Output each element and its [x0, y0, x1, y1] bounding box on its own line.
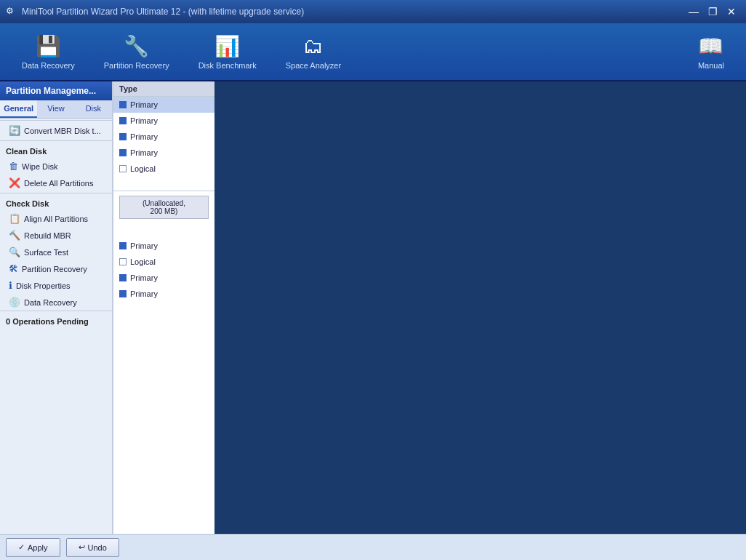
toolbar: 💾 Data Recovery 🔧 Partition Recovery 📊 D…: [0, 23, 746, 81]
wipe-disk-icon: 🗑: [9, 161, 18, 172]
convert-mbr-icon: 🔄: [9, 125, 20, 136]
sidebar-item-surface-test[interactable]: 🔍 Surface Test: [0, 244, 112, 260]
toolbar-label-manual: Manual: [698, 61, 724, 70]
type-item-1[interactable]: Primary: [113, 113, 214, 129]
type-label-6: Primary: [130, 241, 158, 250]
type-item-0[interactable]: Primary: [113, 97, 214, 113]
sidebar: Partition Manageme... General View Disk …: [0, 81, 113, 534]
app-icon: ⚙: [6, 6, 17, 17]
apply-label: Apply: [28, 543, 48, 552]
unallocated-block[interactable]: (Unallocated, 200 MB): [119, 196, 209, 219]
delete-partitions-icon: ❌: [9, 177, 20, 188]
restore-button[interactable]: ❐: [704, 3, 721, 20]
sidebar-tab-disk[interactable]: Disk: [75, 100, 112, 118]
sidebar-tab-view[interactable]: View: [37, 100, 74, 118]
type-item-8[interactable]: Primary: [113, 270, 214, 286]
undo-arrow: ↩: [79, 543, 85, 552]
type-dot-8: [119, 274, 127, 281]
toolbar-label-data-recovery: Data Recovery: [22, 61, 75, 70]
title-bar-controls: — ❐ ✕: [685, 3, 740, 20]
type-item-6[interactable]: Primary: [113, 238, 214, 254]
bottom-bar: ✓ Apply ↩ Undo: [0, 534, 746, 560]
sidebar-item-label-convert: Convert MBR Disk t...: [24, 127, 101, 135]
disk-benchmark-icon: 📊: [214, 34, 240, 58]
type-dot-1: [119, 117, 127, 124]
sidebar-item-label-surface: Surface Test: [24, 248, 68, 257]
sidebar-item-label-delete: Delete All Partitions: [24, 179, 93, 188]
minimize-button[interactable]: —: [685, 3, 702, 20]
sidebar-item-label-partition-recovery: Partition Recovery: [22, 265, 87, 273]
sidebar-item-label-rebuild: Rebuild MBR: [24, 231, 71, 240]
sidebar-pending: 0 Operations Pending: [0, 311, 112, 332]
disk-properties-icon: ℹ: [9, 280, 12, 291]
sidebar-item-label-align: Align All Partitions: [24, 215, 88, 223]
sidebar-item-disk-properties[interactable]: ℹ Disk Properties: [0, 277, 112, 294]
toolbar-label-space-analyzer: Space Analyzer: [286, 61, 341, 70]
title-bar: ⚙ MiniTool Partition Wizard Pro Ultimate…: [0, 0, 746, 23]
sidebar-item-label-wipe: Wipe Disk: [22, 162, 58, 171]
manual-icon: 📖: [698, 34, 723, 58]
type-panel-header: Type: [113, 81, 214, 97]
sidebar-tabs: General View Disk: [0, 100, 112, 119]
close-button[interactable]: ✕: [723, 3, 740, 20]
type-dot-4: [119, 165, 127, 172]
type-dot-0: [119, 101, 127, 108]
type-label-8: Primary: [130, 273, 158, 282]
apply-button[interactable]: ✓ Apply: [6, 538, 60, 557]
type-item-9[interactable]: Primary: [113, 286, 214, 302]
sidebar-tab-general[interactable]: General: [0, 100, 37, 118]
type-label-3: Primary: [130, 148, 158, 157]
clean-disk-title: Clean Disk: [0, 143, 112, 158]
partition-recovery-icon: 🔧: [124, 34, 149, 58]
type-label-1: Primary: [130, 116, 158, 125]
type-label-4: Logical: [130, 164, 156, 173]
sidebar-item-wipe-disk[interactable]: 🗑 Wipe Disk: [0, 158, 112, 175]
unallocated-label2: 200 MB): [124, 207, 204, 215]
type-dot-3: [119, 149, 127, 156]
sidebar-item-label-disk-props: Disk Properties: [16, 281, 71, 290]
sidebar-header: Partition Manageme...: [0, 81, 112, 100]
type-dot-6: [119, 242, 127, 249]
sidebar-item-align-partitions[interactable]: 📋 Align All Partitions: [0, 210, 112, 227]
toolbar-label-disk-benchmark: Disk Benchmark: [198, 61, 257, 70]
sidebar-item-data-recovery[interactable]: 💿 Data Recovery: [0, 294, 112, 311]
type-item-2[interactable]: Primary: [113, 129, 214, 145]
space-analyzer-icon: 🗂: [303, 34, 324, 58]
align-partitions-icon: 📋: [9, 213, 20, 224]
toolbar-manual[interactable]: 📖 Manual: [683, 28, 739, 76]
main-area: Partition Manageme... General View Disk …: [0, 81, 746, 534]
toolbar-item-space-analyzer[interactable]: 🗂 Space Analyzer: [271, 28, 356, 76]
type-item-3[interactable]: Primary: [113, 145, 214, 161]
toolbar-label-partition-recovery: Partition Recovery: [104, 61, 169, 70]
type-label-2: Primary: [130, 132, 158, 141]
toolbar-item-data-recovery[interactable]: 💾 Data Recovery: [7, 28, 89, 76]
sidebar-item-partition-recovery[interactable]: 🛠 Partition Recovery: [0, 260, 112, 277]
type-dot-9: [119, 290, 127, 297]
unallocated-label: (Unallocated,: [124, 199, 204, 207]
type-panel: Type Primary Primary Primary Primary Log…: [113, 81, 214, 534]
toolbar-item-disk-benchmark[interactable]: 📊 Disk Benchmark: [184, 28, 271, 76]
rebuild-mbr-icon: 🔨: [9, 230, 20, 241]
toolbar-item-partition-recovery[interactable]: 🔧 Partition Recovery: [89, 28, 184, 76]
title-bar-left: ⚙ MiniTool Partition Wizard Pro Ultimate…: [6, 6, 304, 17]
type-item-7[interactable]: Logical: [113, 254, 214, 270]
partition-recovery-sidebar-icon: 🛠: [9, 263, 18, 274]
undo-label: Undo: [88, 543, 107, 552]
undo-button[interactable]: ↩ Undo: [66, 538, 119, 557]
type-label-7: Logical: [130, 257, 156, 266]
app-title: MiniTool Partition Wizard Pro Ultimate 1…: [22, 7, 304, 17]
type-spacer: [113, 177, 214, 191]
sidebar-item-convert-mbr[interactable]: 🔄 Convert MBR Disk t...: [0, 122, 112, 139]
type-dot-2: [119, 133, 127, 140]
check-disk-title: Check Disk: [0, 195, 112, 210]
type-spacer2: [113, 223, 214, 238]
type-item-4[interactable]: Logical: [113, 161, 214, 177]
content-area: 🔍 Surface Test □ ✕ Device: "Disk 1": [113, 81, 214, 534]
sidebar-item-rebuild-mbr[interactable]: 🔨 Rebuild MBR: [0, 227, 112, 244]
sidebar-item-label-data-recovery: Data Recovery: [24, 298, 77, 307]
sidebar-item-delete-partitions[interactable]: ❌ Delete All Partitions: [0, 175, 112, 191]
type-dot-7: [119, 258, 127, 265]
type-label-9: Primary: [130, 289, 158, 298]
data-recovery-sidebar-icon: 💿: [9, 297, 20, 308]
type-label-0: Primary: [130, 100, 158, 109]
